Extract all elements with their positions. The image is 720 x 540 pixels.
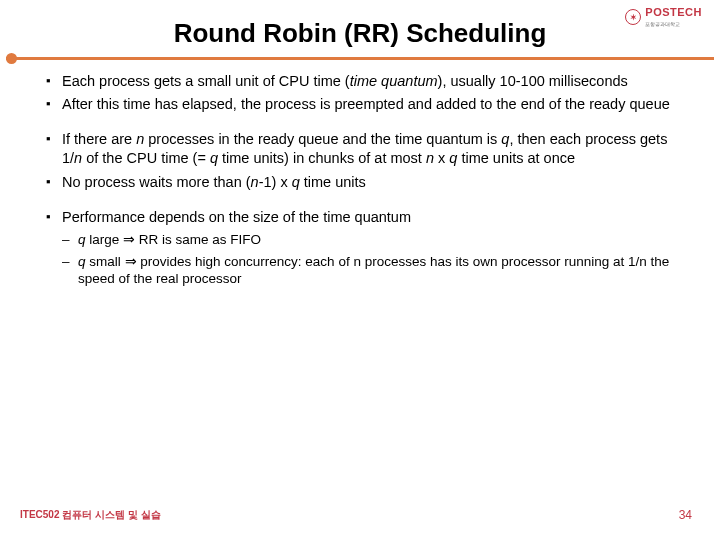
slide-title: Round Robin (RR) Scheduling	[0, 0, 720, 57]
bullet-group: If there are n processes in the ready qu…	[46, 130, 690, 191]
bullet-item: Each process gets a small unit of CPU ti…	[46, 72, 690, 91]
sub-bullet: q large ⇒ RR is same as FIFO	[46, 231, 690, 249]
bullet-text: Each process gets a small unit of CPU ti…	[62, 73, 350, 89]
page-number: 34	[679, 508, 692, 522]
bullet-text: ), usually 10-100 milliseconds	[438, 73, 628, 89]
title-rule	[6, 57, 714, 60]
bullet-item: After this time has elapsed, the process…	[46, 95, 690, 114]
brand-logo: ✶ POSTECH 포항공과대학교	[625, 6, 702, 28]
bullet-item: Performance depends on the size of the t…	[46, 208, 690, 227]
bullet-group: Each process gets a small unit of CPU ti…	[46, 72, 690, 114]
slide-body: Each process gets a small unit of CPU ti…	[0, 60, 720, 288]
sub-bullet: q small ⇒ provides high concurrency: eac…	[46, 253, 690, 289]
footer-course: ITEC502 컴퓨터 시스템 및 실습	[20, 508, 161, 522]
italic-term: time quantum	[350, 73, 438, 89]
logo-sub: 포항공과대학교	[645, 21, 680, 27]
bullet-item: If there are n processes in the ready qu…	[46, 130, 690, 168]
logo-brand: POSTECH	[645, 6, 702, 18]
bullet-group: Performance depends on the size of the t…	[46, 208, 690, 289]
logo-mark: ✶	[625, 9, 641, 25]
bullet-item: No process waits more than (n-1) x q tim…	[46, 173, 690, 192]
